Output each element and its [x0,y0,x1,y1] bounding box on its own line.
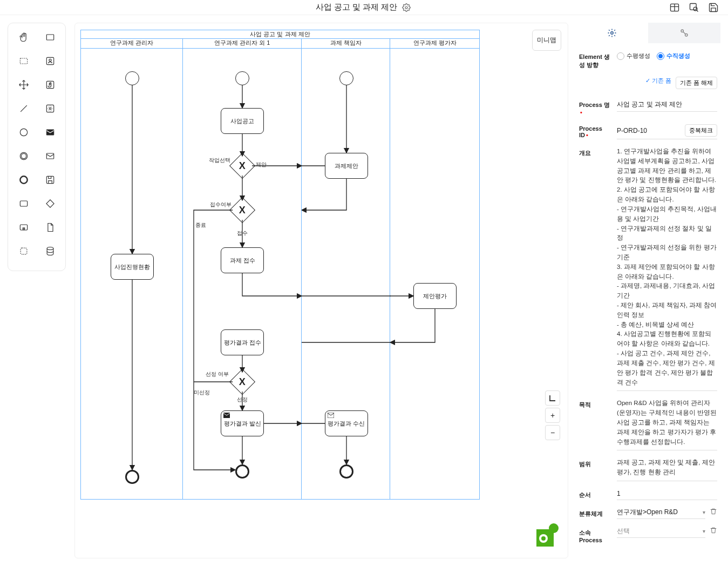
tab-settings[interactable] [576,23,648,43]
search-icon[interactable] [688,2,700,14]
label-recvyn: 접수여부 [210,201,232,208]
gateway-icon[interactable] [42,195,59,212]
canvas[interactable]: 미니맵 사업 공고 및 과제 제안 연구과제 관리자 사업진행현황 [74,23,568,558]
task-progress[interactable]: 사업진행현황 [111,254,154,280]
label-sel: 선정 [237,396,248,403]
table-icon[interactable] [669,2,681,14]
label-jobsel: 작업선택 [209,157,230,164]
svg-point-29 [541,536,546,541]
zoom-out-button[interactable]: − [545,425,560,440]
lane-3[interactable]: 연구과제 평가자 제안평가 [390,39,479,499]
line-tool-icon[interactable] [15,100,32,117]
subprocess-icon[interactable] [15,219,32,236]
chevron-down-icon: ▾ [703,509,705,515]
lane-title: 연구과제 평가자 [390,39,479,49]
lane-title: 연구과제 관리자 외 1 [183,39,301,49]
scope-text[interactable]: 과제 공고, 과제 제안 및 제출, 제안 평가, 진행 현황 관리 [617,458,717,481]
start-event[interactable] [339,71,353,85]
svg-rect-5 [20,58,27,64]
purpose-text[interactable]: Open R&D 사업을 위하여 관리자(운영자)는 구체적인 내용이 반영된 … [617,399,717,450]
message-icon [328,413,334,419]
title-text: 사업 공고 및 과제 제안 [316,2,398,12]
lane-2[interactable]: 과제 책임자 과제제안 평가결과 수신 [302,39,391,499]
page-title: 사업 공고 및 과제 제안 [316,2,413,14]
gear-icon[interactable] [400,2,412,14]
class-select[interactable]: 연구개발>Open R&D [617,508,699,517]
task-icon[interactable] [15,195,32,212]
svg-point-11 [20,129,27,136]
parent-select[interactable]: 선택 [617,527,699,536]
svg-rect-20 [20,225,27,230]
svg-point-30 [611,32,614,35]
gateway-recv[interactable]: X [229,197,255,223]
radio-vertical[interactable]: 수직생성 [657,52,690,60]
release-form-button[interactable]: 기존 폼 해제 [676,77,717,89]
end-event-icon[interactable] [15,171,32,188]
canvas-controls: + − [545,390,560,440]
dup-check-button[interactable]: 중복체크 [685,124,717,137]
message-task-icon[interactable] [42,124,59,141]
id-input[interactable]: P-ORD-10 [617,127,682,134]
gateway-job[interactable]: X [229,153,255,179]
logo-icon [534,522,561,550]
hand-rect-icon[interactable] [42,76,59,93]
task-announce[interactable]: 사업공고 [221,108,264,134]
origin-button[interactable] [545,390,560,406]
label-propose: 제안 [256,161,267,169]
group-icon[interactable] [15,242,32,260]
svg-rect-22 [21,248,27,254]
end-event[interactable] [125,470,139,484]
intermediate-event-icon[interactable] [15,147,32,165]
task-evaluate[interactable]: 제안평가 [413,283,457,309]
task-evalsend[interactable]: 평가결과 발신 [221,410,264,436]
label-unsel: 미선정 [194,389,210,396]
lane-1[interactable]: 연구과제 관리자 외 1 사업공고 X 작업선택 제안 X 접수여부 종료 접수… [183,39,301,499]
gateway-sel[interactable]: X [229,369,255,395]
save-rect-icon[interactable] [42,171,59,188]
tab-relations[interactable] [648,23,720,43]
trash-icon[interactable] [710,508,717,517]
end-event[interactable] [339,464,353,479]
start-event[interactable] [125,71,139,85]
order-input[interactable]: 1 [617,489,717,500]
overview-label: 개요 [579,147,613,157]
save-icon[interactable] [707,2,719,14]
parent-label: 소속 Process [579,527,613,543]
class-label: 분류체계 [579,508,613,518]
header: 사업 공고 및 과제 제안 [0,0,728,15]
gear-rect-icon[interactable] [42,100,59,117]
svg-rect-19 [46,200,53,207]
svg-point-0 [405,6,407,9]
header-actions [669,2,719,14]
default-form-link[interactable]: ✓ 기존 폼 [645,77,671,89]
end-event[interactable] [235,464,249,479]
start-event[interactable] [235,71,249,85]
message-event-icon[interactable] [42,147,59,165]
start-event-icon[interactable] [15,124,32,141]
trash-icon[interactable] [710,527,717,536]
rect-tool-icon[interactable] [42,29,59,46]
task-receive[interactable]: 과제 접수 [221,247,264,273]
lane-title: 연구과제 관리자 [81,39,182,49]
overview-text[interactable]: 1. 연구개발사업을 추진을 위하여 사업별 세부계획을 공고하고, 사업 공고… [617,147,717,391]
svg-rect-2 [690,3,697,10]
datastore-icon[interactable] [42,242,59,260]
hand-tool-icon[interactable] [15,29,32,46]
move-tool-icon[interactable] [15,76,32,93]
label-recv: 접수 [237,230,248,237]
svg-rect-18 [20,201,27,206]
lane-0[interactable]: 연구과제 관리자 사업진행현황 [81,39,183,499]
lasso-tool-icon[interactable] [15,52,32,70]
svg-rect-12 [46,130,53,135]
task-evalrecv[interactable]: 평가결과 접수 [221,329,264,355]
name-input[interactable]: 사업 공고 및 과제 제안 [617,99,717,112]
minimap-button[interactable]: 미니맵 [532,30,561,51]
document-icon[interactable] [42,219,59,236]
task-propose[interactable]: 과제제안 [325,153,368,179]
svg-point-16 [20,176,27,183]
task-evalget[interactable]: 평가결과 수신 [325,410,368,436]
user-rect-icon[interactable] [42,52,59,70]
zoom-in-button[interactable]: + [545,408,560,423]
radio-horizontal[interactable]: 수평생성 [617,52,650,60]
bpmn-pool[interactable]: 사업 공고 및 과제 제안 연구과제 관리자 사업진행현황 [80,30,480,500]
